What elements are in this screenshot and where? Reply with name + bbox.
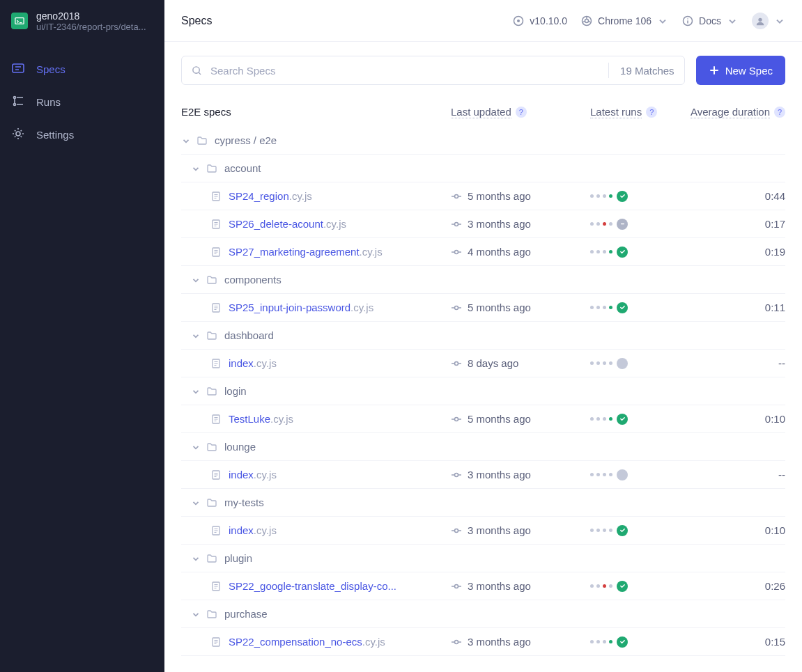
user-menu[interactable] <box>752 13 785 29</box>
folder-label: components <box>224 274 282 286</box>
svg-point-2 <box>14 97 16 99</box>
run-dot <box>590 417 594 421</box>
chrome-icon <box>581 15 592 26</box>
last-updated: 5 months ago <box>451 190 590 202</box>
sidebar-header[interactable]: geno2018 ui/IT-2346/report-prs/deta... <box>0 0 164 42</box>
run-dot <box>603 194 606 198</box>
chevron-down-icon[interactable] <box>191 164 201 173</box>
spec-row[interactable]: TestLuke.cy.js5 months ago0:10 <box>181 405 785 433</box>
run-dot <box>609 584 612 588</box>
folder-row[interactable]: dashboard <box>181 322 785 350</box>
commit-icon <box>451 302 462 313</box>
last-updated: 5 months ago <box>451 302 590 313</box>
sidebar-item-specs[interactable]: Specs <box>0 53 164 86</box>
page-title: Specs <box>181 15 212 27</box>
docs-chip[interactable]: Docs <box>682 15 738 26</box>
chevron-down-icon[interactable] <box>191 554 201 563</box>
status-badge <box>617 525 628 536</box>
cypress-icon <box>513 15 524 26</box>
folder-label: account <box>224 162 261 174</box>
run-dot <box>603 473 606 476</box>
svg-point-21 <box>455 361 458 365</box>
folder-icon <box>206 330 217 341</box>
file-icon <box>210 191 222 202</box>
col-latest-runs[interactable]: Latest runs ? <box>590 106 688 118</box>
folder-row[interactable]: cypress / e2e <box>181 127 785 155</box>
commit-icon <box>451 191 462 202</box>
run-dot <box>609 306 612 309</box>
folder-icon <box>196 135 208 146</box>
spec-row[interactable]: SP24_region.cy.js5 months ago0:44 <box>181 182 785 210</box>
spec-row[interactable]: SP26_delete-acount.cy.js3 months ago0:17 <box>181 210 785 238</box>
search-box[interactable]: 19 Matches <box>181 56 685 85</box>
latest-runs <box>590 302 688 313</box>
svg-point-13 <box>455 194 458 198</box>
col-avg-duration[interactable]: Average duration ? <box>688 106 785 118</box>
run-dot <box>590 473 594 476</box>
folder-row[interactable]: account <box>181 155 785 182</box>
folder-icon <box>206 163 217 174</box>
avg-duration: 0:26 <box>688 580 785 592</box>
folder-row[interactable]: login <box>181 377 785 405</box>
spec-row[interactable]: index.cy.js3 months ago0:10 <box>181 517 785 545</box>
folder-row[interactable]: lounge <box>181 433 785 461</box>
spec-ext: .cy.js <box>254 524 277 536</box>
docs-icon <box>682 15 693 26</box>
chevron-down-icon[interactable] <box>191 386 201 396</box>
svg-point-19 <box>455 306 458 309</box>
search-input[interactable] <box>210 65 600 77</box>
commit-icon <box>451 469 462 480</box>
chevron-down-icon[interactable] <box>191 331 201 341</box>
run-dot <box>596 306 600 309</box>
run-dot <box>609 250 612 253</box>
browser-chip[interactable]: Chrome 106 <box>581 15 668 26</box>
run-dot <box>590 640 594 643</box>
run-dot <box>590 361 594 365</box>
folder-row[interactable]: plugin <box>181 545 785 572</box>
spec-row[interactable]: SP27_marketing-agreement.cy.js4 months a… <box>181 238 785 266</box>
version-chip[interactable]: v10.10.0 <box>513 15 567 26</box>
spec-name: index <box>229 524 254 536</box>
spec-row[interactable]: SP25_input-join-password.cy.js5 months a… <box>181 294 785 322</box>
spec-name: SP27_marketing-agreement <box>229 246 360 258</box>
chevron-down-icon[interactable] <box>191 498 201 508</box>
status-badge <box>617 358 628 369</box>
chevron-down-icon[interactable] <box>191 609 201 619</box>
run-dot <box>596 584 600 588</box>
sidebar-item-settings[interactable]: Settings <box>0 118 164 151</box>
help-icon[interactable]: ? <box>516 107 527 118</box>
sidebar-item-runs[interactable]: Runs <box>0 86 164 118</box>
spec-row[interactable]: SP22_compensation_no-ecs.cy.js3 months a… <box>181 628 785 656</box>
chevron-down-icon[interactable] <box>191 442 201 452</box>
spec-row[interactable]: index.cy.js8 days ago-- <box>181 350 785 377</box>
project-name: geno2018 <box>36 10 146 22</box>
col-last-updated[interactable]: Last updated ? <box>451 106 590 118</box>
help-icon[interactable]: ? <box>646 107 657 118</box>
spec-row[interactable]: index.cy.js3 months ago-- <box>181 461 785 489</box>
run-dot <box>609 473 612 476</box>
folder-row[interactable]: purchase <box>181 600 785 628</box>
run-dot <box>590 194 594 198</box>
chevron-down-icon[interactable] <box>191 275 201 285</box>
last-updated: 3 months ago <box>451 218 590 230</box>
spec-ext: .cy.js <box>254 469 277 480</box>
status-badge <box>617 302 628 313</box>
commit-icon <box>451 358 462 369</box>
spec-name: SP26_delete-acount <box>229 218 323 230</box>
svg-point-27 <box>455 529 458 532</box>
avg-duration: 0:10 <box>688 524 785 536</box>
run-dot <box>603 222 606 226</box>
folder-row[interactable]: my-tests <box>181 489 785 517</box>
sidebar: geno2018 ui/IT-2346/report-prs/deta... S… <box>0 0 164 672</box>
spec-name: TestLuke <box>229 413 270 425</box>
run-dot <box>590 306 594 309</box>
spec-row[interactable]: SP22_google-translate_display-co...3 mon… <box>181 572 785 600</box>
new-spec-button[interactable]: New Spec <box>696 56 785 85</box>
svg-point-10 <box>758 17 762 21</box>
folder-row[interactable]: components <box>181 266 785 294</box>
file-icon <box>210 469 222 480</box>
chevron-down-icon[interactable] <box>181 136 191 146</box>
last-updated: 8 days ago <box>451 357 590 369</box>
help-icon[interactable]: ? <box>774 107 785 118</box>
specs-icon <box>11 61 25 77</box>
